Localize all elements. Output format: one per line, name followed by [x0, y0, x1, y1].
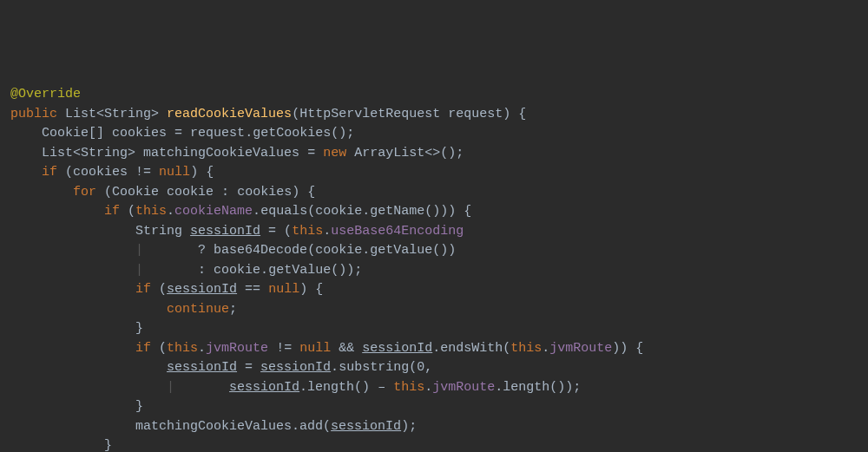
keyword-this: this: [135, 204, 167, 219]
field: cookieName: [174, 204, 253, 219]
op: :: [221, 185, 229, 200]
var: request: [190, 126, 245, 141]
annotation: @Override: [10, 87, 81, 102]
indent-guide: |: [135, 243, 143, 258]
op: :: [198, 263, 206, 278]
op: &&: [339, 341, 354, 356]
var: cookies: [73, 165, 128, 180]
code-line: }: [10, 436, 858, 452]
method-call: base64Decode: [214, 243, 307, 258]
code-line: if (cookies != null) {: [10, 163, 858, 183]
keyword-this: this: [393, 380, 424, 395]
code-line: sessionId = sessionId.substring(0,: [10, 358, 858, 378]
local-var: sessionId: [167, 360, 237, 375]
op: =: [307, 146, 315, 160]
keyword-if: if: [135, 282, 151, 297]
keyword-null: null: [159, 165, 190, 180]
code-line: continue;: [10, 300, 858, 320]
keyword-continue: continue: [167, 302, 229, 317]
var: cookie: [167, 185, 214, 200]
keyword-if: if: [42, 165, 57, 180]
code-line: | sessionId.length() – this.jvmRoute.len…: [10, 378, 858, 398]
code-line: public List<String> readCookieValues(Htt…: [10, 105, 858, 125]
code-line: | ? base64Decode(cookie.getValue()): [10, 241, 858, 261]
code-line: if (sessionId == null) {: [10, 280, 858, 300]
method-call: getName: [370, 204, 424, 219]
method-declaration: readCookieValues: [167, 107, 292, 121]
type: List: [42, 146, 73, 160]
type: List: [65, 107, 96, 121]
var: cookies: [237, 185, 292, 200]
code-line: if (this.jvmRoute != null && sessionId.e…: [10, 339, 858, 359]
local-var: sessionId: [167, 282, 237, 297]
local-var: sessionId: [331, 419, 401, 434]
var: cookie: [214, 263, 260, 278]
method-call: getCookies: [253, 126, 331, 141]
op: ?: [198, 243, 206, 258]
field: useBase64Encoding: [331, 224, 464, 239]
field: jvmRoute: [432, 380, 495, 395]
number: 0: [417, 360, 424, 375]
var: cookies: [112, 126, 167, 141]
code-line: matchingCookieValues.add(sessionId);: [10, 417, 858, 437]
op: =: [174, 126, 182, 141]
keyword-new: new: [323, 146, 346, 160]
method-call: length: [307, 380, 354, 395]
code-line: List<String> matchingCookieValues = new …: [10, 144, 858, 164]
op: =: [268, 224, 276, 239]
indent-guide: |: [167, 380, 174, 395]
method-call: add: [299, 419, 323, 434]
keyword-this: this: [292, 224, 323, 239]
op: !=: [135, 165, 151, 180]
indent-guide: |: [135, 263, 143, 278]
code-editor[interactable]: @Overridepublic List<String> readCookieV…: [10, 85, 858, 452]
code-line: }: [10, 319, 858, 339]
type: Cookie: [112, 185, 159, 200]
code-line: for (Cookie cookie : cookies) {: [10, 183, 858, 203]
method-call: substring: [339, 360, 409, 375]
method-call: equals: [260, 204, 307, 219]
method-call: getValue: [268, 263, 331, 278]
local-var: sessionId: [190, 224, 260, 239]
op: !=: [276, 341, 292, 356]
keyword-null: null: [268, 282, 299, 297]
code-line: String sessionId = (this.useBase64Encodi…: [10, 222, 858, 242]
type: Cookie[]: [42, 126, 104, 141]
method-call: length: [503, 380, 549, 395]
type: String: [104, 107, 151, 121]
code-line: }: [10, 397, 858, 417]
keyword-if: if: [104, 204, 120, 219]
var: cookie: [315, 243, 362, 258]
code-line: @Override: [10, 85, 858, 105]
op: –: [378, 380, 385, 395]
field: jvmRoute: [549, 341, 612, 356]
keyword-null: null: [299, 341, 331, 356]
type: String: [135, 224, 182, 239]
keyword-public: public: [10, 107, 57, 121]
type: HttpServletRequest: [299, 107, 440, 121]
method-call: getValue: [370, 243, 432, 258]
var: matchingCookieValues: [143, 146, 299, 160]
op: =: [245, 360, 253, 375]
code-line: | : cookie.getValue());: [10, 261, 858, 281]
local-var: sessionId: [260, 360, 331, 375]
code-line: Cookie[] cookies = request.getCookies();: [10, 124, 858, 144]
type: String: [81, 146, 128, 160]
keyword-if: if: [135, 341, 151, 356]
field: jvmRoute: [206, 341, 268, 356]
keyword-this: this: [167, 341, 198, 356]
var: matchingCookieValues: [135, 419, 292, 434]
local-var: sessionId: [362, 341, 432, 356]
keyword-for: for: [73, 185, 96, 200]
var: cookie: [315, 204, 362, 219]
local-var: sessionId: [229, 380, 299, 395]
op: ==: [245, 282, 260, 297]
param: request: [448, 107, 503, 121]
type: ArrayList: [354, 146, 424, 160]
keyword-this: this: [510, 341, 542, 356]
code-line: if (this.cookieName.equals(cookie.getNam…: [10, 202, 858, 222]
method-call: endsWith: [440, 341, 503, 356]
